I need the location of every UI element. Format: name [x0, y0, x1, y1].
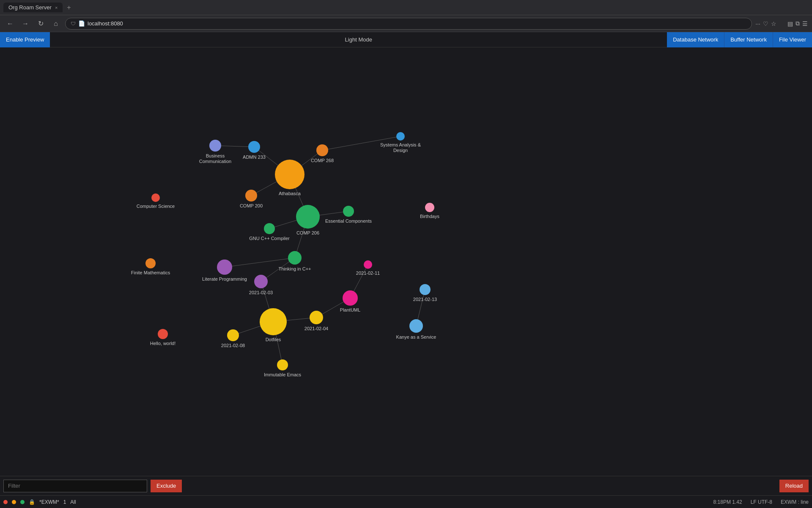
node-dotfiles[interactable] [260, 308, 287, 335]
node-date_2021_02_13[interactable] [420, 284, 431, 295]
browser-tab-bar: Org Roam Server × + [0, 0, 812, 15]
node-athabasca[interactable] [275, 160, 304, 189]
node-admn233[interactable] [248, 141, 260, 153]
nav-right-icons: ··· ♡ ☆ ▤ ⧉ ☰ [755, 20, 808, 27]
node-label-date_2021_02_08: 2021-02-08 [221, 343, 245, 348]
active-tab[interactable]: Org Roam Server × [3, 3, 63, 12]
node-comp200[interactable] [245, 190, 257, 202]
svg-line-9 [225, 258, 295, 267]
node-comp268[interactable] [316, 144, 328, 156]
sidebar-icon[interactable]: ▤ [787, 20, 793, 27]
node-label-date_2021_02_13: 2021-02-13 [413, 297, 437, 302]
filter-bar: Exclude Reload [0, 476, 812, 495]
home-button[interactable]: ⌂ [50, 18, 62, 30]
node-label-business_comm: Communication [199, 159, 231, 164]
status-encoding: LF UTF-8 [751, 499, 772, 505]
reload-page-button[interactable]: ↻ [35, 18, 47, 30]
menu-icon[interactable]: ☰ [802, 20, 808, 27]
node-label-essential_components: Essential Components [325, 218, 372, 224]
status-dot-green [20, 500, 25, 504]
new-tab-icon[interactable]: + [67, 4, 71, 11]
enable-preview-button[interactable]: Enable Preview [0, 32, 50, 47]
node-plantuml[interactable] [343, 290, 358, 306]
node-label-plantuml: PlantUML [340, 307, 360, 312]
back-button[interactable]: ← [4, 18, 16, 30]
workspace-number: 1 [63, 499, 66, 505]
network-graph-svg: AthabascaCOMP 206DotfilesADMN 233COMP 26… [0, 47, 812, 476]
node-date_2021_02_11[interactable] [364, 260, 372, 269]
node-label-comp206: COMP 206 [296, 230, 319, 235]
node-kanye_service[interactable] [409, 319, 423, 333]
node-label-literate_prog: Literate Programming [202, 276, 247, 282]
toolbar-center: Light Mode [345, 36, 372, 43]
tab-close-icon[interactable]: × [55, 5, 58, 10]
node-literate_prog[interactable] [217, 260, 232, 275]
split-icon[interactable]: ⧉ [796, 20, 800, 27]
node-computer_science[interactable] [151, 193, 160, 202]
node-label-comp200: COMP 200 [240, 203, 263, 208]
status-bar: 🔒 *EXWM* 1 All 8:18PM 1.42 LF UTF-8 EXWM… [0, 495, 812, 508]
node-business_comm[interactable] [209, 140, 221, 152]
node-label-systems_analysis: Design [393, 148, 408, 153]
workspace-label: *EXWM* [39, 499, 59, 505]
node-label-computer_science: Computer Science [137, 204, 175, 209]
node-label-kanye_service: Kanye as a Service [396, 334, 436, 340]
status-time: 8:18PM 1.42 [713, 499, 742, 505]
workspace-all: All [70, 499, 76, 505]
node-label-athabasca: Athabasca [279, 191, 301, 196]
node-label-date_2021_02_11: 2021-02-11 [356, 271, 380, 276]
toolbar-right: Database Network Buffer Network File Vie… [667, 32, 812, 47]
address-bar[interactable]: 🛡 📄 localhost:8080 [65, 18, 752, 30]
shield-icon: 🛡 [71, 21, 76, 27]
node-label-comp268: COMP 268 [311, 158, 334, 163]
node-comp206[interactable] [296, 205, 320, 229]
status-dot-yellow [12, 500, 16, 504]
filter-input[interactable] [3, 480, 147, 492]
url-text: localhost:8080 [88, 20, 123, 27]
tab-title: Org Roam Server [8, 4, 52, 11]
node-systems_analysis[interactable] [396, 132, 405, 141]
toolbar-left: Enable Preview [0, 32, 50, 47]
node-label-systems_analysis: Systems Analysis & [380, 142, 421, 147]
status-lock-icon: 🔒 [29, 499, 35, 505]
status-right: 8:18PM 1.42 LF UTF-8 EXWM : line [713, 499, 809, 505]
bookmark-heart-icon[interactable]: ♡ [763, 20, 768, 27]
node-birthdays[interactable] [425, 203, 434, 212]
node-gnu_cpp[interactable] [264, 223, 275, 234]
reload-button[interactable]: Reload [779, 480, 809, 492]
node-date_2021_02_04[interactable] [310, 311, 323, 324]
node-essential_components[interactable] [343, 206, 354, 217]
browser-nav-bar: ← → ↻ ⌂ 🛡 📄 localhost:8080 ··· ♡ ☆ ▤ ⧉ ☰ [0, 15, 812, 32]
database-network-button[interactable]: Database Network [667, 32, 724, 47]
node-label-business_comm: Business [206, 153, 225, 158]
node-label-dotfiles: Dotfiles [266, 337, 281, 342]
forward-button[interactable]: → [19, 18, 31, 30]
node-label-thinking_cpp: Thinking in C++ [278, 266, 311, 271]
node-label-gnu_cpp: GNU C++ Compiler [249, 236, 290, 241]
node-finite_math[interactable] [145, 258, 156, 268]
node-label-hello_world: Hello, world! [150, 341, 176, 346]
network-canvas[interactable]: AthabascaCOMP 206DotfilesADMN 233COMP 26… [0, 47, 812, 476]
node-label-date_2021_02_03: 2021-02-03 [249, 290, 273, 295]
node-thinking_cpp[interactable] [288, 251, 302, 265]
status-dot-red [3, 500, 8, 504]
buffer-network-button[interactable]: Buffer Network [724, 32, 773, 47]
node-label-immutable_emacs: Immutable Emacs [264, 372, 302, 377]
status-mode: EXWM : line [781, 499, 809, 505]
page-icon: 📄 [78, 20, 85, 27]
node-label-birthdays: Birthdays [420, 214, 439, 219]
node-label-finite_math: Finite Mathematics [131, 270, 170, 275]
node-label-admn233: ADMN 233 [243, 155, 266, 160]
star-icon[interactable]: ☆ [771, 20, 776, 27]
app-toolbar: Enable Preview Light Mode Database Netwo… [0, 32, 812, 47]
exclude-button[interactable]: Exclude [151, 480, 182, 492]
file-viewer-button[interactable]: File Viewer [773, 32, 812, 47]
light-mode-label: Light Mode [345, 36, 372, 43]
node-immutable_emacs[interactable] [277, 359, 288, 370]
node-date_2021_02_08[interactable] [227, 329, 239, 341]
node-hello_world[interactable] [158, 329, 168, 339]
more-icon[interactable]: ··· [755, 20, 760, 27]
node-label-date_2021_02_04: 2021-02-04 [304, 326, 328, 331]
node-date_2021_02_03[interactable] [254, 275, 268, 288]
